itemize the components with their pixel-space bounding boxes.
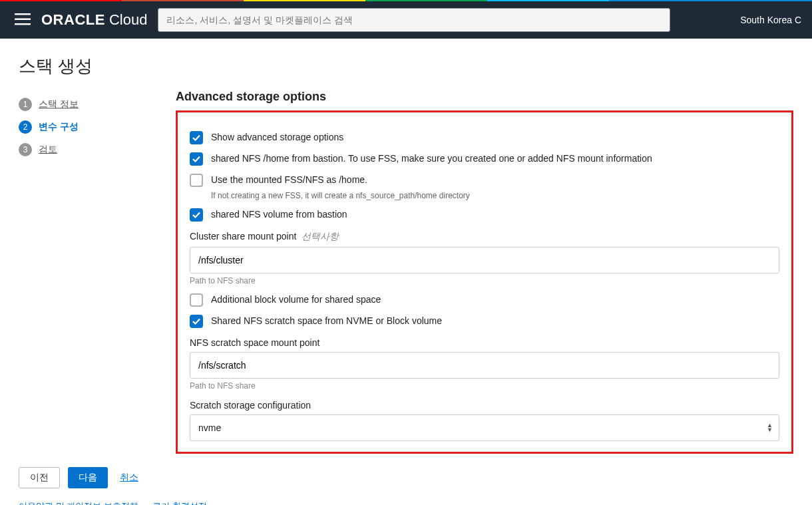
optional-tag: 선택사항 <box>302 231 339 242</box>
field-label-text: Cluster share mount point <box>190 231 296 242</box>
step-variables[interactable]: 2 변수 구성 <box>19 120 176 134</box>
scratch-mount-label: NFS scratch space mount point <box>190 337 779 348</box>
cancel-link[interactable]: 취소 <box>120 472 138 484</box>
storage-config-select[interactable]: nvme <box>190 415 779 441</box>
svg-rect-0 <box>15 13 31 15</box>
step-label-2: 변수 구성 <box>39 121 79 133</box>
step-review[interactable]: 3 검토 <box>19 143 176 156</box>
terms-link[interactable]: 이용약관 및 개인정보 보호정책 <box>19 501 138 505</box>
step-number-1: 1 <box>19 98 32 111</box>
cluster-mount-label: Cluster share mount point 선택사항 <box>190 231 779 243</box>
step-label-1: 스택 정보 <box>39 98 79 110</box>
section-title: Advanced storage options <box>176 90 793 104</box>
select-value: nvme <box>198 422 221 433</box>
next-button[interactable]: 다음 <box>68 467 108 488</box>
region-selector[interactable]: South Korea C <box>740 15 804 25</box>
legal-footer: 이용약관 및 개인정보 보호정책 쿠키 환경설정 <box>0 488 812 505</box>
brand-text-light: Cloud <box>109 11 147 29</box>
checkbox-label: Use the mounted FSS/NFS as /home. <box>211 174 367 187</box>
brand-logo[interactable]: ORACLE Cloud <box>41 11 147 29</box>
content-area: Advanced storage options Show advanced s… <box>176 90 793 454</box>
select-arrows-icon: ▲▼ <box>767 423 773 432</box>
step-number-3: 3 <box>19 143 32 156</box>
svg-rect-2 <box>15 23 31 25</box>
checkbox-label: Shared NFS scratch space from NVME or Bl… <box>211 315 442 328</box>
checkbox-label: Show advanced storage options <box>211 131 343 144</box>
checkbox-label: Additional block volume for shared space <box>211 293 381 307</box>
search-container <box>158 8 729 32</box>
wizard-steps: 1 스택 정보 2 변수 구성 3 검토 <box>19 90 176 454</box>
cluster-mount-help: Path to NFS share <box>190 276 779 285</box>
cookies-link[interactable]: 쿠키 환경설정 <box>152 501 207 505</box>
checkbox-shared-volume[interactable] <box>190 208 203 222</box>
step-label-3: 검토 <box>39 144 57 156</box>
checkbox-show-advanced[interactable] <box>190 131 203 144</box>
checkbox-additional-block[interactable] <box>190 293 203 307</box>
scratch-mount-input[interactable] <box>190 352 779 379</box>
header: ORACLE Cloud South Korea C <box>0 1 812 39</box>
checkbox-label: shared NFS /home from bastion. To use FS… <box>211 152 652 166</box>
svg-rect-1 <box>15 19 31 21</box>
step-number-2: 2 <box>19 120 32 134</box>
page-title: 스택 생성 <box>0 39 812 90</box>
checkbox-shared-home[interactable] <box>190 152 203 166</box>
menu-icon[interactable] <box>8 7 37 33</box>
checkbox-help-text: If not creating a new FSS, it will creat… <box>211 191 779 200</box>
checkbox-label: shared NFS volume from bastion <box>211 208 347 222</box>
footer-buttons: 이전 다음 취소 <box>0 454 812 488</box>
scratch-mount-help: Path to NFS share <box>190 381 779 391</box>
highlighted-panel: Show advanced storage options shared NFS… <box>176 110 793 454</box>
storage-config-label: Scratch storage configuration <box>190 400 779 411</box>
checkbox-use-mounted[interactable] <box>190 174 203 187</box>
brand-text-strong: ORACLE <box>41 11 105 29</box>
previous-button[interactable]: 이전 <box>19 467 60 488</box>
search-input[interactable] <box>158 8 670 32</box>
checkbox-scratch-space[interactable] <box>190 315 203 328</box>
step-stack-info[interactable]: 1 스택 정보 <box>19 98 176 111</box>
cluster-mount-input[interactable] <box>190 247 779 273</box>
